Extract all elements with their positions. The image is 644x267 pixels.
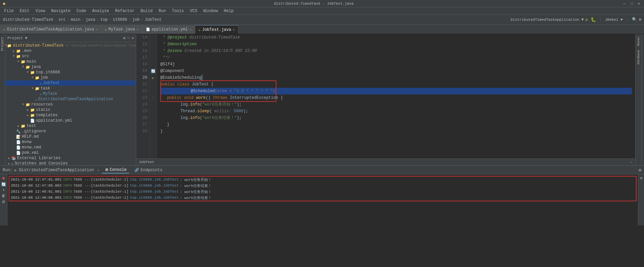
sidebar-close-icon[interactable]: ✕ bbox=[131, 36, 134, 40]
tab-label: application.yml bbox=[152, 27, 188, 32]
menu-window[interactable]: Window bbox=[201, 8, 220, 14]
sidebar-title: Project ▼ bbox=[7, 36, 27, 40]
code-line-24: log.info("work任务开始！"); bbox=[160, 101, 632, 108]
tree-item-pom-xml[interactable]: 📄 pom.xml bbox=[5, 150, 136, 155]
run-dropdown-icon[interactable]: ▼ bbox=[581, 17, 584, 22]
menu-tools[interactable]: Tools bbox=[169, 8, 187, 14]
run-label: Run: ▶ DistributedTimedTaskApplication ✕ bbox=[3, 168, 99, 173]
tab-application-yml[interactable]: 📄 application.yml ✕ bbox=[143, 25, 195, 34]
breadcrumb-jobtest[interactable]: JobTest bbox=[145, 17, 161, 22]
tab-mytask[interactable]: ☕ MyTask.java ✕ bbox=[101, 25, 142, 34]
maximize-button[interactable]: □ bbox=[629, 1, 634, 6]
menu-help[interactable]: Help bbox=[221, 8, 236, 14]
tree-item-java[interactable]: ▼ 📁 java bbox=[5, 64, 136, 70]
tab-label: JobTest.java bbox=[202, 27, 231, 32]
bottom-settings-icon[interactable]: ⚙ bbox=[639, 168, 641, 173]
tree-item-task[interactable]: ▼ 📁 task bbox=[5, 86, 136, 91]
tree-item-gitignore[interactable]: 🔧 .gitignore bbox=[5, 129, 136, 134]
app-icon: ◆ bbox=[3, 1, 5, 6]
run-button[interactable]: ▶ bbox=[586, 17, 588, 22]
tree-item-top-it6666[interactable]: ▼ 📁 top.it6666 bbox=[5, 70, 136, 75]
tree-item-application-yml[interactable]: 📄 application.yml bbox=[5, 118, 136, 123]
breadcrumb-top[interactable]: top bbox=[100, 17, 108, 22]
menu-vcs[interactable]: VCS bbox=[187, 8, 200, 14]
rerun-button[interactable]: 🔄 bbox=[1, 182, 6, 187]
console-output: 2021-10-06 12:47:01.001 INFO 7888 --- [t… bbox=[7, 175, 638, 225]
breadcrumb-main[interactable]: main bbox=[71, 17, 80, 22]
breadcrumb-it6666[interactable]: it6666 bbox=[113, 17, 127, 22]
print-button[interactable]: 🖨 bbox=[2, 199, 5, 204]
jrebel-label: JRebel ▼ bbox=[605, 18, 623, 22]
tree-item-jobtest[interactable]: ☕ JobTest bbox=[5, 80, 136, 86]
tree-item-help-md[interactable]: 📝 HELP.md bbox=[5, 134, 136, 139]
line-numbers: 14 15 16 17 18 19 20 21 22 23 24 25 26 2… bbox=[136, 34, 150, 158]
tree-item-src[interactable]: ▼ 📁 src bbox=[5, 54, 136, 59]
tree-item-scratches[interactable]: ▶ ✏️ Scratches and Consoles bbox=[5, 161, 136, 165]
scroll-end-button[interactable]: ⬇ bbox=[2, 188, 5, 192]
console-tab-label: Console bbox=[110, 168, 126, 172]
stop-button[interactable]: ■ bbox=[2, 176, 5, 181]
sidebar-collapse-icon[interactable]: — bbox=[127, 36, 130, 40]
menu-navigate[interactable]: Navigate bbox=[48, 8, 73, 14]
tree-item-test[interactable]: ▶ 📁 test bbox=[5, 123, 136, 129]
endpoints-tab-icon: 🔗 bbox=[135, 168, 139, 172]
code-editor[interactable]: * @project distributed-TimedTask * @desc… bbox=[157, 34, 635, 158]
settings-icon[interactable]: ⚙ bbox=[639, 17, 641, 22]
code-line-16: * @since Created in 2021/10/5 005 22:00 bbox=[160, 48, 632, 54]
database-label[interactable]: Database bbox=[637, 49, 641, 66]
close-button[interactable]: ✕ bbox=[637, 1, 641, 6]
project-tree: ▼ 📁 distributed-TimedTask D:\Develop\Ide… bbox=[5, 42, 136, 165]
clear-button[interactable]: 🗑 bbox=[2, 194, 5, 198]
tab-jobtest[interactable]: ☕ JobTest.java ✕ bbox=[195, 25, 238, 34]
bottom-right-icons: ⚙ bbox=[638, 175, 644, 225]
tab-label: MyTask.java bbox=[108, 27, 135, 32]
bottom-tab-endpoints[interactable]: 🔗 Endpoints bbox=[132, 167, 165, 173]
tree-item-project-root[interactable]: ▼ 📁 distributed-TimedTask D:\Develop\Ide… bbox=[5, 43, 136, 48]
minimize-button[interactable]: — bbox=[622, 1, 627, 6]
menu-edit[interactable]: Edit bbox=[17, 8, 32, 14]
tab-close-icon[interactable]: ✕ bbox=[190, 27, 192, 31]
menu-code[interactable]: Code bbox=[74, 8, 89, 14]
sidebar-settings-icon[interactable]: ⚙ bbox=[123, 36, 125, 40]
breadcrumb-src[interactable]: src bbox=[58, 17, 66, 22]
tree-item-distributed-app[interactable]: ☕ DistributedTimedTaskApplication bbox=[5, 96, 136, 102]
tree-item-mvnw-cmd[interactable]: 📄 mvnw.cmd bbox=[5, 145, 136, 150]
tree-item-templates[interactable]: ▶ 📁 templates bbox=[5, 113, 136, 118]
breadcrumb-project[interactable]: distributed-TimedTask bbox=[3, 17, 53, 22]
menu-view[interactable]: View bbox=[33, 8, 48, 14]
run-prefix: Run: bbox=[3, 168, 12, 173]
debug-button[interactable]: 🐛 bbox=[591, 17, 596, 22]
bottom-right-settings-icon[interactable]: ⚙ bbox=[640, 176, 642, 180]
search-icon[interactable]: 🔍 bbox=[632, 17, 637, 22]
menu-file[interactable]: File bbox=[1, 8, 16, 14]
run-tab-close[interactable]: ✕ bbox=[97, 168, 99, 172]
tab-close-icon[interactable]: ✕ bbox=[96, 27, 98, 31]
tree-item-external-libraries[interactable]: ▶ 📚 External Libraries bbox=[5, 155, 136, 161]
tree-item-mvn[interactable]: ▶ 📁 .mvn bbox=[5, 48, 136, 54]
menu-analyze[interactable]: Analyze bbox=[90, 8, 112, 14]
tree-item-job[interactable]: ▼ 📁 job bbox=[5, 75, 136, 80]
gutter: 🔄 ▶ ○ bbox=[150, 34, 157, 158]
endpoints-tab-label: Endpoints bbox=[141, 168, 162, 173]
code-line-14: * @project distributed-TimedTask bbox=[160, 34, 632, 41]
tree-item-resources[interactable]: ▼ 📁 resources bbox=[5, 102, 136, 107]
tree-item-mvnw[interactable]: 📄 mvnw bbox=[5, 139, 136, 145]
breadcrumb-job[interactable]: job bbox=[132, 17, 140, 22]
tab-distributed-app[interactable]: ☕ DistributedTimedTaskApplication.java ✕ bbox=[0, 25, 101, 34]
project-icon[interactable]: Project bbox=[0, 36, 5, 52]
title-bar-title: distributed-TimedTask - JobTest.java bbox=[274, 2, 354, 6]
tree-item-main[interactable]: ▼ 📁 main bbox=[5, 59, 136, 64]
tab-close-icon[interactable]: ✕ bbox=[233, 28, 235, 32]
tree-item-static[interactable]: ▶ 📁 static bbox=[5, 107, 136, 113]
menu-run[interactable]: Run bbox=[156, 8, 169, 14]
menu-refactor[interactable]: Refactor bbox=[112, 8, 137, 14]
tabs-bar: ☕ DistributedTimedTaskApplication.java ✕… bbox=[0, 25, 644, 34]
breadcrumb-java[interactable]: java bbox=[86, 17, 95, 22]
java-file-icon: ☕ bbox=[105, 27, 107, 31]
menu-build[interactable]: Build bbox=[138, 8, 155, 14]
bottom-tab-console[interactable]: 🖥 Console bbox=[102, 167, 129, 174]
tree-item-mytask[interactable]: ☕ MyTask bbox=[5, 91, 136, 96]
tab-close-icon[interactable]: ✕ bbox=[137, 27, 139, 31]
maven-label[interactable]: Maven bbox=[637, 36, 641, 47]
code-line-20: @EnableScheduling bbox=[160, 74, 632, 81]
